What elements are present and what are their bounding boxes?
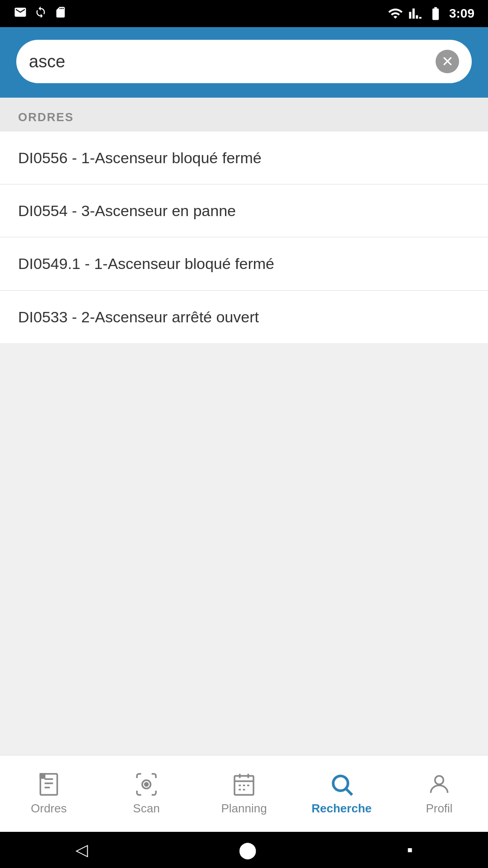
wifi-icon xyxy=(388,6,403,21)
nav-label-planning: Planning xyxy=(221,802,267,816)
list-item[interactable]: DI0549.1 - 1-Ascenseur bloqué fermé xyxy=(0,237,488,290)
results-list: DI0556 - 1-Ascenseur bloqué fermé DI0554… xyxy=(0,132,488,343)
svg-point-18 xyxy=(435,776,444,784)
scan-icon xyxy=(134,772,159,797)
nav-item-ordres[interactable]: Ordres xyxy=(0,755,98,832)
nav-label-ordres: Ordres xyxy=(31,802,66,816)
search-header: ✕ xyxy=(0,27,488,98)
nav-item-profil[interactable]: Profil xyxy=(390,755,488,832)
list-item-text: DI0533 - 2-Ascenseur arrêté ouvert xyxy=(18,308,259,326)
planning-icon xyxy=(231,772,257,797)
list-item[interactable]: DI0556 - 1-Ascenseur bloqué fermé xyxy=(0,132,488,184)
search-input[interactable] xyxy=(29,52,436,71)
section-title: ORDRES xyxy=(18,110,74,124)
content-area: ORDRES DI0556 - 1-Ascenseur bloqué fermé… xyxy=(0,98,488,755)
recherche-icon xyxy=(329,772,354,797)
recents-button[interactable]: ▪ xyxy=(407,840,413,859)
section-header: ORDRES xyxy=(0,98,488,132)
nav-label-recherche: Recherche xyxy=(312,802,372,816)
home-button[interactable]: ⬤ xyxy=(239,840,257,859)
back-button[interactable]: ◁ xyxy=(75,840,88,859)
search-box: ✕ xyxy=(16,40,472,83)
svg-rect-4 xyxy=(40,774,44,778)
status-left-icons xyxy=(14,5,67,22)
ordres-icon xyxy=(36,772,61,797)
sd-card-icon xyxy=(54,6,67,22)
nav-item-scan[interactable]: Scan xyxy=(98,755,195,832)
search-clear-button[interactable]: ✕ xyxy=(436,50,459,73)
sync-icon xyxy=(34,6,47,22)
battery-icon xyxy=(427,6,444,21)
clock: 3:09 xyxy=(449,6,474,21)
list-item-text: DI0549.1 - 1-Ascenseur bloqué fermé xyxy=(18,255,274,272)
clear-icon: ✕ xyxy=(441,54,454,69)
gmail-icon xyxy=(14,5,27,22)
status-bar: 3:09 xyxy=(0,0,488,27)
signal-icon xyxy=(408,6,422,21)
nav-label-profil: Profil xyxy=(426,802,452,816)
nav-item-recherche[interactable]: Recherche xyxy=(293,755,390,832)
list-item-text: DI0554 - 3-Ascenseur en panne xyxy=(18,202,236,219)
svg-point-16 xyxy=(333,776,348,791)
list-item[interactable]: DI0533 - 2-Ascenseur arrêté ouvert xyxy=(0,291,488,343)
bottom-nav: Ordres Scan Planning xyxy=(0,755,488,832)
nav-item-planning[interactable]: Planning xyxy=(195,755,293,832)
svg-point-6 xyxy=(145,783,148,786)
android-nav-bar: ◁ ⬤ ▪ xyxy=(0,832,488,868)
svg-line-17 xyxy=(347,789,352,795)
list-item[interactable]: DI0554 - 3-Ascenseur en panne xyxy=(0,184,488,237)
profil-icon xyxy=(427,772,452,797)
nav-label-scan: Scan xyxy=(133,802,160,816)
list-item-text: DI0556 - 1-Ascenseur bloqué fermé xyxy=(18,149,262,166)
status-right-icons: 3:09 xyxy=(388,6,474,21)
